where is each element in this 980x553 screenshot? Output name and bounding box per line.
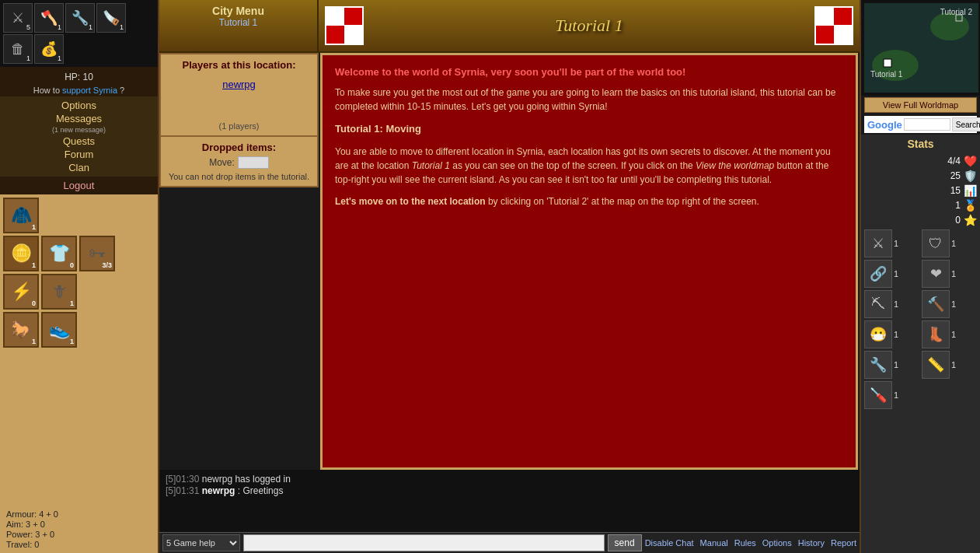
options-chat-link[interactable]: Options	[762, 538, 792, 548]
equip-item-8: 👢 1	[922, 320, 977, 348]
players-title: Players at this location:	[166, 59, 312, 71]
clan-link[interactable]: Clan	[68, 162, 89, 173]
stats-panel: Stats 4/4 ❤️ 25 🛡️ 15 📊 1 🏅 0 ⭐ ⚔	[861, 135, 980, 553]
player-name-link[interactable]: newrpg	[222, 79, 256, 90]
top-inv-item-3[interactable]: 🔧 1	[65, 3, 95, 33]
equip-item-10: 📏 1	[922, 351, 977, 379]
dagger-icon: 🗡	[51, 282, 68, 302]
inventory-row-1: 🧥 1	[3, 198, 155, 233]
top-inv-item-4[interactable]: 🪚 1	[96, 3, 126, 33]
chat-time-1: [5]01:30	[166, 474, 199, 485]
equip-item-6: 🔨 1	[922, 290, 977, 318]
inv-slot-horse[interactable]: 🐎 1	[3, 312, 39, 348]
chat-channel-select[interactable]: 5 Game help	[162, 534, 240, 551]
equip-slot-8[interactable]: 👢	[922, 320, 950, 348]
how-to-line: How to support Syrnia ?	[0, 84, 158, 96]
minimap-canvas[interactable]: Tutorial 2 Tutorial 1	[864, 3, 978, 93]
players-count: (1 players)	[166, 121, 312, 131]
center-top: City Menu Tutorial 1 Tutorial 1	[159, 0, 860, 53]
equip-count-2: 1	[951, 239, 956, 248]
power-stat: Power: 3 + 0	[6, 530, 152, 539]
top-inv-item-1[interactable]: ⚔ 5	[3, 3, 33, 33]
view-worldmap-button[interactable]: View Full Worldmap	[864, 97, 977, 113]
top-inv-item-2[interactable]: 🪓 1	[34, 3, 64, 33]
star-icon: ⭐	[964, 214, 977, 226]
top-inventory: ⚔ 5 🪓 1 🔧 1 🪚 1 🗑 1 💰 1	[0, 0, 158, 67]
equip-slot-10[interactable]: 📏	[922, 351, 950, 379]
equip-slot-5[interactable]: ⛏	[864, 290, 892, 318]
equip-count-10: 1	[951, 360, 956, 369]
inv-slot-coin[interactable]: 🪙 1	[3, 236, 39, 271]
welcome-text: Welcome to the world of Syrnia, very soo…	[335, 66, 843, 78]
top-inv-item-6[interactable]: 💰 1	[34, 34, 64, 64]
inv-slot-shirt[interactable]: 👕 0	[41, 236, 77, 271]
content-area: Players at this location: newrpg (1 play…	[159, 53, 860, 470]
disable-chat-link[interactable]: Disable Chat	[645, 538, 694, 548]
inventory-row-3: ⚡ 0 🗡 1	[3, 274, 155, 310]
google-search-button[interactable]: Search	[952, 117, 980, 131]
move-input[interactable]	[238, 156, 269, 169]
tool-icon: 🔧	[870, 356, 887, 373]
left-shield-icon	[325, 6, 364, 45]
equip-slot-9[interactable]: 🔧	[864, 351, 892, 379]
chat-line-2: [5]01:31 newrpg : Greetings	[166, 485, 853, 496]
report-link[interactable]: Report	[831, 538, 856, 548]
quests-link[interactable]: Quests	[63, 135, 95, 147]
equipment-grid: ⚔ 1 🛡 1 🔗 1 ❤ 1	[864, 229, 977, 409]
equip-slot-7[interactable]: 😷	[864, 320, 892, 348]
char-stats-section: Armour: 4 + 0 Aim: 3 + 0 Power: 3 + 0 Tr…	[0, 506, 158, 553]
chat-line-1: [5]01:30 newrpg has logged in	[166, 474, 853, 485]
support-link[interactable]: support Syrnia	[62, 86, 117, 95]
inv-slot-key[interactable]: 🗝 3/3	[79, 236, 115, 271]
send-button[interactable]: send	[608, 534, 642, 551]
messages-badge: (1 new message)	[52, 126, 106, 134]
inv-slot-armor[interactable]: 🧥 1	[3, 198, 39, 233]
equip-count-4: 1	[951, 269, 956, 278]
inv-slot-dagger[interactable]: 🗡 1	[41, 274, 77, 310]
stats-title: Stats	[864, 138, 977, 150]
options-link[interactable]: Options	[61, 100, 96, 111]
how-to-label: How to	[33, 86, 60, 95]
equip-slot-4[interactable]: ❤	[922, 260, 950, 288]
messages-link[interactable]: Messages	[56, 113, 102, 124]
logout-button[interactable]: Logout	[0, 177, 158, 194]
equip-slot-1[interactable]: ⚔	[864, 229, 892, 257]
history-link[interactable]: History	[798, 538, 825, 548]
hp-stat-value: 4/4	[945, 156, 961, 166]
body1-text: You are able to move to different locati…	[335, 145, 843, 187]
forum-link[interactable]: Forum	[65, 149, 94, 160]
shield-stat-icon: 🛡️	[964, 170, 977, 182]
chart-stat-value: 15	[945, 185, 961, 196]
top-inv-count-1: 5	[26, 23, 30, 31]
equip-slot-3[interactable]: 🔗	[864, 260, 892, 288]
left-sidebar: Players at this location: newrpg (1 play…	[159, 53, 319, 470]
equip-item-4: ❤ 1	[922, 260, 977, 288]
google-search-input[interactable]	[904, 118, 950, 131]
top-inv-item-5[interactable]: 🗑 1	[3, 34, 33, 64]
equip-item-9: 🔧 1	[864, 351, 919, 379]
shovel-icon: 🪛	[870, 387, 887, 404]
inv-slot-bolts[interactable]: ⚡ 0	[3, 274, 39, 310]
tutorial1-map-label: Tutorial 1	[870, 70, 902, 79]
coin-big-icon: 🪙	[11, 243, 32, 264]
equip-item-2: 🛡 1	[922, 229, 977, 257]
equip-count-9: 1	[894, 360, 898, 369]
equip-count-5: 1	[894, 299, 898, 309]
manual-link[interactable]: Manual	[700, 538, 728, 548]
tutorial2-label[interactable]: Tutorial 2	[940, 8, 972, 16]
chat-text-input[interactable]	[243, 534, 605, 551]
minimap-section: Tutorial 2 Tutorial 1	[861, 0, 980, 96]
dropped-items: Dropped items: Move: You can not drop it…	[159, 137, 319, 187]
equip-count-7: 1	[894, 330, 898, 339]
rules-link[interactable]: Rules	[734, 538, 756, 548]
minimap-svg	[864, 3, 978, 93]
equip-slot-11[interactable]: 🪛	[864, 381, 892, 409]
inv-slot-boots[interactable]: 👟 1	[41, 312, 77, 348]
right-shield-icon	[814, 6, 853, 45]
equip-slot-2[interactable]: 🛡	[922, 229, 950, 257]
equip-slot-6[interactable]: 🔨	[922, 290, 950, 318]
tutorial1-link[interactable]: Tutorial 1	[219, 17, 258, 28]
left-panel: ⚔ 5 🪓 1 🔧 1 🪚 1 🗑 1 💰 1 HP: 10 How to su…	[0, 0, 159, 553]
ruler-icon: 📏	[927, 356, 944, 373]
equip-count-11: 1	[894, 390, 898, 400]
